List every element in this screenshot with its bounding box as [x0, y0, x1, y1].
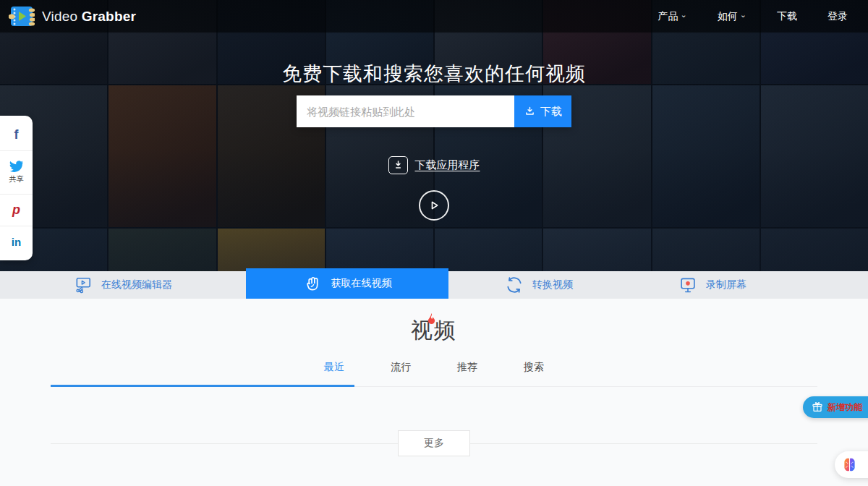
tab-record-screen[interactable]: 录制屏幕	[629, 271, 796, 299]
flame-icon	[425, 307, 438, 331]
download-button[interactable]: 下载	[514, 95, 571, 127]
header: Video Grabber 产品⌄ 如何⌄ 下载 登录	[0, 0, 868, 33]
record-screen-icon	[678, 276, 697, 294]
download-app-icon	[388, 156, 408, 174]
more-row: 更多	[0, 430, 868, 456]
nav-login[interactable]: 登录	[827, 10, 848, 23]
linkedin-icon: in	[12, 236, 21, 248]
share-linkedin-button[interactable]: in	[0, 226, 33, 257]
grab-video-icon	[303, 274, 323, 294]
chevron-down-icon: ⌄	[740, 11, 746, 19]
feature-tabbar: 在线视频编辑器 获取在线视频 转换视频 录制屏幕	[0, 271, 868, 299]
new-feature-badge[interactable]: 新增功能	[803, 396, 868, 418]
facebook-icon: f	[14, 127, 19, 142]
assistant-button[interactable]	[835, 451, 868, 478]
video-subtabs: 最近 流行 推荐 搜索	[0, 361, 868, 374]
twitter-icon	[9, 161, 23, 172]
tab-convert-video[interactable]: 转换视频	[448, 271, 629, 299]
videos-title: 视频	[0, 316, 868, 346]
hero-dark-overlay	[0, 0, 868, 271]
pinterest-icon: p	[12, 202, 20, 218]
download-icon	[524, 106, 536, 118]
tab-grab-online-video[interactable]: 获取在线视频	[246, 268, 448, 299]
search-bar: 下载	[297, 95, 571, 127]
hero: Video Grabber 产品⌄ 如何⌄ 下载 登录 免费下载和搜索您喜欢的任…	[0, 0, 868, 271]
subtab-underline	[51, 385, 817, 387]
hero-title: 免费下载和搜索您喜欢的任何视频	[0, 61, 868, 87]
video-url-input[interactable]	[297, 95, 514, 127]
main-nav: 产品⌄ 如何⌄ 下载 登录	[658, 10, 848, 23]
new-feature-label: 新增功能	[827, 401, 862, 414]
play-icon	[427, 198, 441, 213]
share-twitter-button[interactable]: 共享	[0, 150, 33, 194]
subtab-search[interactable]: 搜索	[524, 361, 544, 374]
download-app-label: 下载应用程序	[415, 158, 480, 172]
subtab-popular[interactable]: 流行	[391, 361, 411, 374]
video-grabber-logo-icon	[9, 5, 35, 27]
share-facebook-button[interactable]: f	[0, 119, 33, 150]
nav-products[interactable]: 产品⌄	[658, 10, 687, 23]
chevron-down-icon: ⌄	[681, 11, 687, 19]
gift-icon	[812, 401, 823, 413]
tab-online-video-editor[interactable]: 在线视频编辑器	[0, 271, 246, 299]
convert-video-icon	[505, 276, 524, 294]
play-button[interactable]	[419, 190, 449, 221]
share-pinterest-button[interactable]: p	[0, 194, 33, 226]
video-editor-icon	[74, 276, 93, 294]
active-subtab-indicator	[51, 385, 354, 387]
share-sidebar: f 共享 p in	[0, 116, 33, 260]
videos-section: 视频 最近 流行 推荐 搜索 更多	[0, 299, 868, 486]
video-grabber-page: Video Grabber 产品⌄ 如何⌄ 下载 登录 免费下载和搜索您喜欢的任…	[0, 0, 868, 486]
brain-icon	[841, 456, 858, 473]
subtab-recent[interactable]: 最近	[324, 361, 344, 374]
nav-download[interactable]: 下载	[777, 10, 797, 23]
nav-how-to[interactable]: 如何⌄	[718, 10, 746, 23]
logo-text: Video Grabber	[42, 9, 136, 25]
more-button[interactable]: 更多	[398, 430, 470, 456]
subtab-recommended[interactable]: 推荐	[457, 361, 477, 374]
download-app-link[interactable]: 下载应用程序	[0, 156, 868, 174]
share-label: 共享	[9, 174, 24, 184]
logo[interactable]: Video Grabber	[9, 5, 136, 27]
